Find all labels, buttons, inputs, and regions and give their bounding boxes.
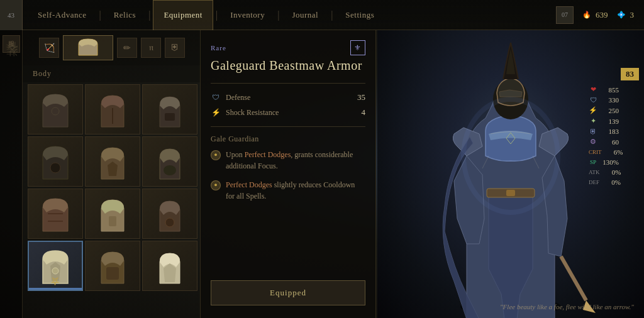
stat-shock-label: Shock Resistance xyxy=(226,108,279,118)
passive-bullet-2: ● xyxy=(211,180,221,190)
stat-shock-value: 4 xyxy=(362,107,366,118)
passive-item-2: ● Perfect Dodges slightly reduces Cooldo… xyxy=(211,179,365,202)
deco-badge: 服 xyxy=(3,35,20,53)
armor-stat-icon: ⛨ xyxy=(589,128,597,135)
svg-line-16 xyxy=(561,256,586,300)
equip-button[interactable]: Equipped xyxy=(211,280,365,305)
nav-inventory[interactable]: Inventory xyxy=(220,0,275,30)
passive-text-1: Upon Perfect Dodges, grants considerable… xyxy=(226,149,365,172)
spirit-icon: 💠 xyxy=(616,9,627,21)
divider-2 xyxy=(211,126,365,127)
armor-item-3[interactable] xyxy=(142,84,197,134)
currency-flame: 🔥 639 xyxy=(581,9,608,21)
stat-a-row: ATK 0% xyxy=(589,168,639,176)
nav-sep-1: | xyxy=(96,9,103,21)
svg-point-4 xyxy=(164,165,176,175)
speed-icon: ⚙ xyxy=(589,138,597,146)
armor-grid: ⛧ xyxy=(23,82,201,293)
energy-value: 250 xyxy=(600,107,619,114)
shield-stat-value: 330 xyxy=(600,96,619,104)
armor-item-2[interactable] xyxy=(85,84,140,134)
nav-items: Self-Advance | Relics | Equipment | Inve… xyxy=(28,0,556,30)
stat-focus-row: ✦ 139 xyxy=(589,117,639,125)
body-label: Body xyxy=(23,65,201,82)
armor-item-11[interactable] xyxy=(85,241,140,291)
passive-item-1: ● Upon Perfect Dodges, grants considerab… xyxy=(211,149,365,172)
passive-1-highlight: Perfect Dodges xyxy=(245,150,291,159)
svg-point-8 xyxy=(165,218,174,227)
svg-point-3 xyxy=(50,163,60,173)
focus-icon: ✦ xyxy=(589,117,597,125)
armor-item-9[interactable] xyxy=(142,189,197,239)
svg-rect-2 xyxy=(165,113,175,121)
armor-item-7[interactable] xyxy=(28,189,83,239)
char-portrait: 83 ❤ 855 🛡 330 ⚡ 250 ✦ 139 ⛨ 183 xyxy=(377,30,644,318)
slot-pencil[interactable]: ✏ xyxy=(117,38,137,58)
nav-equipment[interactable]: Equipment xyxy=(153,0,213,30)
defense-icon: 🛡 xyxy=(211,92,221,102)
armor-item-5[interactable] xyxy=(85,136,140,187)
b-value: 0% xyxy=(602,178,621,186)
armor-item-1[interactable] xyxy=(28,84,83,134)
stat-shock-left: ⚡ Shock Resistance xyxy=(211,107,279,118)
hp-value: 855 xyxy=(600,86,619,94)
passive-name: Gale Guardian xyxy=(211,134,365,144)
slot-shield-slot[interactable]: ⛨ xyxy=(165,38,185,58)
armor-stat-value: 183 xyxy=(600,128,619,135)
armor-item-12[interactable] xyxy=(142,241,197,291)
svg-point-9 xyxy=(52,268,58,274)
armor-item-8[interactable] xyxy=(85,189,140,239)
left-panel: 🏹 ✏ 𝔫 ⛨ Body xyxy=(23,30,201,318)
slot-bow[interactable]: 🏹 xyxy=(39,38,59,58)
item-rarity-label: Rare xyxy=(211,44,226,52)
stat-speed-row: ⚙ 60 xyxy=(589,138,639,146)
rarity-icon: ⚜ xyxy=(350,40,365,55)
stat-shock-row: ⚡ Shock Resistance 4 xyxy=(211,105,365,120)
svg-rect-7 xyxy=(109,216,116,226)
spirit-value: 3 xyxy=(630,10,635,20)
svg-rect-10 xyxy=(106,267,119,280)
item-rarity-row: Rare ⚜ xyxy=(211,40,365,55)
stat-spell-row: SP 130% xyxy=(589,158,639,166)
slot-armor-main[interactable] xyxy=(63,35,113,60)
slot-rune[interactable]: 𝔫 xyxy=(141,38,161,58)
shield-stat-icon: 🛡 xyxy=(589,96,597,104)
equipped-badge: ⛧ xyxy=(51,277,60,287)
nav-sep-5: | xyxy=(328,9,335,21)
nav-sep-2: | xyxy=(146,9,153,21)
nav-relics[interactable]: Relics xyxy=(104,0,147,30)
nav-right-badge: 07 xyxy=(556,6,574,24)
nav-right: 07 🔥 639 💠 3 xyxy=(556,6,644,24)
shock-icon: ⚡ xyxy=(211,107,221,118)
focus-value: 139 xyxy=(600,118,619,125)
stat-b-row: DEF 0% xyxy=(589,178,639,186)
stat-defense-row: 🛡 Defense 35 xyxy=(211,90,365,105)
a-value: 0% xyxy=(602,168,621,176)
stat-shield-row: 🛡 330 xyxy=(589,96,639,104)
hp-icon: ❤ xyxy=(589,85,597,94)
armor-item-6[interactable] xyxy=(142,136,197,187)
nav-sep-4: | xyxy=(275,9,282,21)
stat-defense-left: 🛡 Defense xyxy=(211,92,250,102)
stats-panel: 83 ❤ 855 🛡 330 ⚡ 250 ✦ 139 ⛨ 183 xyxy=(589,68,639,189)
flame-value: 639 xyxy=(596,10,608,20)
flame-icon: 🔥 xyxy=(581,9,592,21)
nav-self-advance[interactable]: Self-Advance xyxy=(28,0,96,30)
nav-settings[interactable]: Settings xyxy=(335,0,384,30)
spell-icon: SP xyxy=(589,159,597,165)
nav-sep-3: | xyxy=(213,9,220,21)
left-deco-bar: 服 装备 xyxy=(0,30,23,318)
armor-item-4[interactable] xyxy=(28,136,83,187)
spell-value: 130% xyxy=(600,158,619,166)
stat-armor-row: ⛨ 183 xyxy=(589,128,639,135)
stat-defense-value: 35 xyxy=(357,92,365,102)
armor-item-10-selected[interactable]: ⛧ xyxy=(28,241,83,291)
divider-1 xyxy=(211,83,365,84)
svg-rect-15 xyxy=(506,190,515,196)
item-name: Galeguard Beastmaw Armor xyxy=(211,58,365,73)
char-slots-top: 🏹 ✏ 𝔫 ⛨ xyxy=(23,30,201,65)
currency-spirit: 💠 3 xyxy=(616,9,635,21)
nav-journal[interactable]: Journal xyxy=(282,0,328,30)
energy-icon: ⚡ xyxy=(589,106,597,114)
passive-bullet-1: ● xyxy=(211,150,221,160)
